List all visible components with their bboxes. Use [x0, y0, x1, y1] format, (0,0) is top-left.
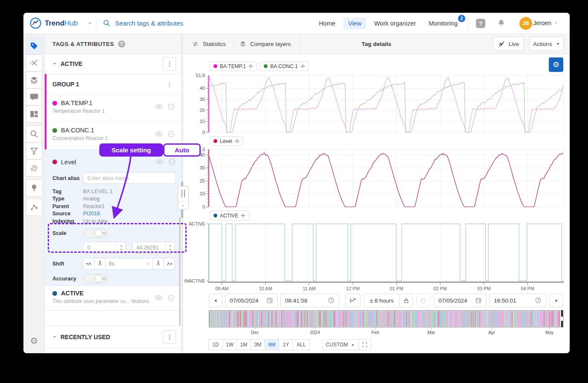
group-menu-kebab-icon[interactable]: ⋮	[163, 80, 176, 88]
panel-collapse-handle[interactable]: ×	[178, 186, 189, 210]
brand-logo[interactable]: TrendHub	[29, 17, 92, 29]
chart-level-plot[interactable]: 40302010044.3	[183, 148, 570, 207]
shift-value-field[interactable]: 0s×	[105, 258, 153, 270]
attribute-row-active[interactable]: ACTIVE This attribute uses parameter su.…	[45, 286, 181, 311]
collapse-chevron-icon[interactable]	[52, 335, 57, 339]
sidebar-item-fingerprint-icon[interactable]	[26, 160, 42, 177]
preset-all[interactable]: ALL	[293, 339, 310, 350]
preset-1w[interactable]: 1W	[222, 339, 237, 350]
clock-icon	[535, 297, 542, 304]
nav-item-view[interactable]: View	[343, 17, 366, 29]
remove-minus-icon[interactable]	[167, 130, 175, 138]
move-icon[interactable]	[248, 64, 253, 69]
chart-temp-conc-plot[interactable]: 40302010051.8	[183, 72, 570, 133]
sidebar-item-search-icon[interactable]	[26, 126, 42, 143]
preset-3m[interactable]: 3M	[251, 339, 265, 350]
layers-icon	[239, 40, 246, 47]
legend-chip-ba-conc-1[interactable]: BA:CONC.1	[260, 61, 309, 71]
brand-chevron-down-icon[interactable]	[87, 21, 92, 26]
actions-button[interactable]: Actions	[530, 37, 564, 51]
sidebar-item-formula-icon[interactable]: ÷+−	[26, 54, 42, 71]
notifications-bell-icon[interactable]	[497, 19, 506, 28]
prev-step-button[interactable]	[209, 294, 222, 307]
accuracy-auto-toggle[interactable]: AUTO	[83, 274, 108, 283]
move-icon[interactable]	[300, 64, 305, 69]
settings-gear-icon[interactable]: ⚙	[26, 333, 42, 349]
sidebar-item-dashboard-icon[interactable]	[26, 106, 42, 123]
next-step-button[interactable]	[549, 294, 563, 307]
sidebar-item-bulb-icon[interactable]	[26, 180, 42, 197]
legend-chip-ba-temp-1[interactable]: BA:TEMP.1	[210, 61, 257, 71]
range-duration-button[interactable]: ± 8 hours	[364, 294, 400, 307]
shift-right-icon[interactable]	[153, 258, 164, 270]
panel-help-icon[interactable]: ?	[118, 40, 125, 48]
remove-minus-icon[interactable]	[168, 158, 176, 166]
legend-chip-level[interactable]: Level	[210, 136, 243, 146]
stepper-arrows-icon[interactable]: ▲▼	[116, 242, 126, 253]
tag-name: BA:TEMP.1	[61, 100, 92, 106]
end-time-field[interactable]: 16:50:01	[489, 294, 546, 307]
context-overview-strip[interactable]	[209, 310, 564, 327]
search-input[interactable]	[115, 20, 256, 27]
shift-far-left-icon[interactable]	[83, 258, 95, 270]
eye-icon[interactable]	[156, 158, 164, 166]
scale-min-input[interactable]	[87, 245, 115, 251]
nav-item-work-organizer[interactable]: Work organizer	[369, 17, 421, 29]
sidebar-item-filter-icon[interactable]	[26, 143, 42, 160]
panel-scrollbar[interactable]	[179, 217, 181, 326]
end-date-field[interactable]: 07/05/2024	[434, 294, 487, 307]
field-value: Up to date	[83, 218, 108, 224]
preset-1d[interactable]: 1D	[208, 339, 223, 350]
clear-icon[interactable]: ×	[146, 260, 150, 267]
scale-max-input[interactable]	[136, 245, 164, 251]
drag-handle-icon[interactable]	[178, 186, 188, 201]
custom-range-button[interactable]: CUSTOM	[322, 339, 359, 350]
shift-far-right-icon[interactable]	[164, 258, 175, 270]
field-value[interactable]: PI2016	[83, 211, 100, 217]
collapse-chevron-icon[interactable]	[52, 62, 57, 66]
start-date-field[interactable]: 07/05/2024	[225, 294, 278, 307]
scale-auto-toggle[interactable]: AUTO	[83, 229, 108, 238]
nav-item-home[interactable]: Home	[314, 17, 340, 29]
preset-1m[interactable]: 1M	[236, 339, 251, 350]
tab-compare-layers[interactable]: Compare layers	[231, 34, 300, 54]
sidebar-item-comment-icon[interactable]	[26, 89, 42, 106]
custom-range-frame-icon[interactable]	[358, 339, 371, 350]
sidebar-item-tag-icon[interactable]	[26, 37, 42, 54]
field-label: Parent	[52, 203, 83, 209]
remove-minus-icon[interactable]	[167, 294, 175, 302]
avatar[interactable]: JB	[519, 17, 532, 30]
collapse-close-icon[interactable]: ×	[178, 201, 188, 209]
chart-active-plot[interactable]: ACTIVEINACTIVE09 AM10 AM11 AM12 PM01 PM0…	[183, 222, 570, 292]
shift-left-icon[interactable]	[94, 258, 106, 270]
eye-icon[interactable]	[155, 103, 163, 111]
eye-icon[interactable]	[155, 294, 163, 302]
move-icon[interactable]	[241, 213, 245, 218]
series-name: BA:CONC.1	[270, 63, 298, 69]
chart-settings-gear-icon[interactable]: ⚙	[549, 57, 563, 72]
legend-chip-active[interactable]: ACTIVE	[210, 211, 249, 220]
move-icon[interactable]	[235, 139, 239, 143]
start-time-field[interactable]: 08:41:58	[280, 294, 339, 307]
live-button[interactable]: Live	[493, 37, 524, 51]
svg-text:20: 20	[200, 178, 205, 183]
remove-minus-icon[interactable]	[167, 103, 175, 111]
stepper-arrows-icon[interactable]: ▲▼	[165, 242, 175, 253]
section-active-menu-kebab-icon[interactable]: ⋮	[163, 57, 176, 71]
sidebar-item-layers-icon[interactable]	[26, 71, 42, 89]
history-icon[interactable]	[416, 294, 430, 307]
preset-1y[interactable]: 1Y	[279, 339, 293, 350]
sidebar-item-graph-icon[interactable]	[26, 199, 42, 216]
nav-item-monitoring[interactable]: Monitoring2	[424, 17, 462, 29]
preset-6m[interactable]: 6M	[265, 339, 279, 350]
lock-range-icon[interactable]	[399, 294, 413, 307]
tab-statistics[interactable]: Statistics	[183, 34, 235, 54]
eye-icon[interactable]	[155, 130, 163, 138]
fit-chart-icon[interactable]	[345, 294, 360, 307]
chart-alias-input[interactable]	[83, 172, 176, 184]
user-menu[interactable]: Jeroen	[533, 20, 559, 26]
recently-used-menu-kebab-icon[interactable]: ⋮	[163, 330, 176, 344]
tag-row-ba-temp-1[interactable]: BA:TEMP.1Temperature Reactor 1	[45, 95, 181, 122]
help-icon[interactable]: ?	[476, 19, 485, 28]
group-row[interactable]: GROUP 1 ⋮	[45, 74, 181, 95]
